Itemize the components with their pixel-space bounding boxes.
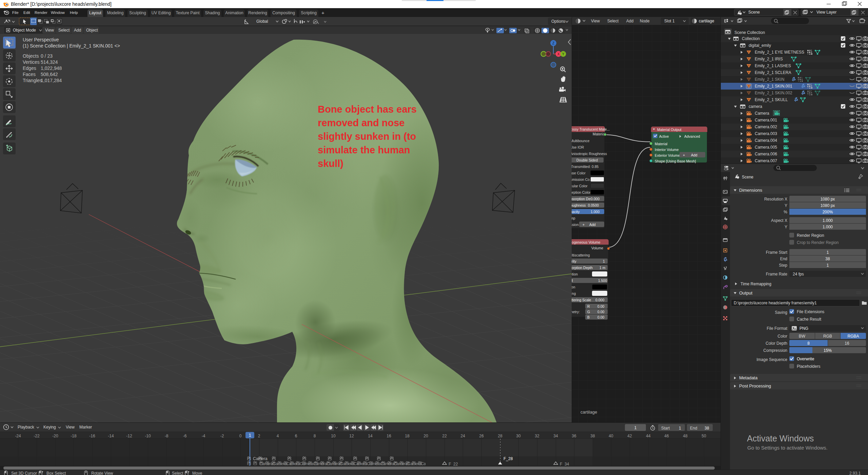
- svg-text:Y: Y: [562, 52, 565, 56]
- svg-text:X: X: [557, 52, 560, 56]
- svg-text:Z: Z: [552, 41, 554, 45]
